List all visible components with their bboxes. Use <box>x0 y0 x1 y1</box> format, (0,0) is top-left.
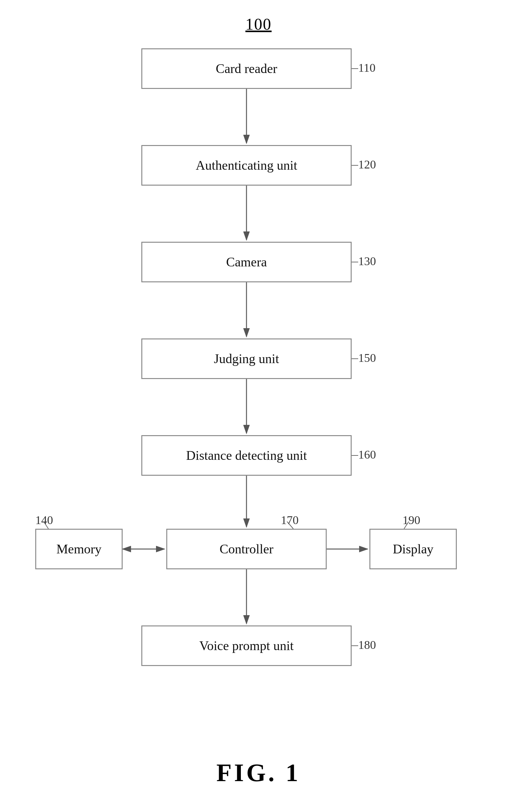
card-reader-block: Card reader <box>141 48 352 89</box>
judging-unit-label: Judging unit <box>214 351 279 366</box>
authenticating-unit-ref: 120 <box>358 157 376 171</box>
memory-ref: 140 <box>35 513 53 527</box>
card-reader-ref: 110 <box>358 61 376 75</box>
controller-ref: 170 <box>281 513 298 527</box>
diagram-title: 100 <box>246 15 272 33</box>
judging-unit-block: Judging unit <box>141 339 352 379</box>
controller-label: Controller <box>220 542 274 556</box>
authenticating-unit-block: Authenticating unit <box>141 145 352 185</box>
display-ref: 190 <box>402 513 420 527</box>
controller-block: Controller <box>166 529 327 569</box>
card-reader-label: Card reader <box>216 61 277 76</box>
distance-detecting-unit-label: Distance detecting unit <box>186 448 307 463</box>
distance-detecting-unit-ref: 160 <box>358 447 376 461</box>
camera-label: Camera <box>226 255 267 269</box>
arrows-svg <box>0 0 517 812</box>
voice-prompt-unit-ref: 180 <box>358 638 376 652</box>
fig-label: FIG. 1 <box>216 759 300 787</box>
diagram-container: 100 Card reader 110 <box>0 0 517 812</box>
display-label: Display <box>393 542 434 556</box>
authenticating-unit-label: Authenticating unit <box>196 158 297 173</box>
display-block: Display <box>369 529 457 569</box>
camera-ref: 130 <box>358 254 376 268</box>
voice-prompt-unit-block: Voice prompt unit <box>141 626 352 666</box>
memory-label: Memory <box>56 542 102 556</box>
memory-block: Memory <box>35 529 123 569</box>
camera-block: Camera <box>141 242 352 282</box>
voice-prompt-unit-label: Voice prompt unit <box>199 638 294 653</box>
distance-detecting-unit-block: Distance detecting unit <box>141 435 352 476</box>
judging-unit-ref: 150 <box>358 351 376 365</box>
ref-lines <box>0 0 517 812</box>
